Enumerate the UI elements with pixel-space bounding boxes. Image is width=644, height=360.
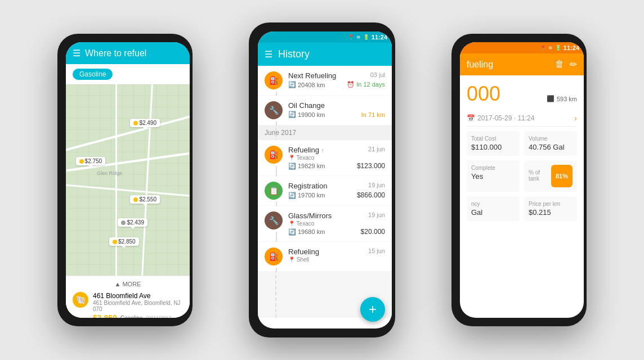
price-bubble-4[interactable]: $2.439 [118, 218, 147, 227]
detail-battery-icon: 🔋 [555, 45, 561, 51]
price-value-4: $2.439 [127, 219, 144, 226]
price-value-3: $2.550 [139, 196, 156, 202]
detail-signal-icon: ≋ [548, 45, 553, 51]
detail-datetime-row[interactable]: 📅 2017-05-29 · 11:24 › [467, 110, 577, 127]
efficiency-value: Gal [471, 208, 515, 217]
location-icon: 📍 [348, 34, 354, 40]
ref21-row1: Refueling ↑ 21 jun [288, 146, 385, 154]
alarm-icon: ⏰ [347, 81, 355, 88]
refueling-21-content: Refueling ↑ 21 jun 📍 Texaco 🔄 [288, 146, 385, 170]
history-list[interactable]: ⛽ Next Refueling 03 jul 🔄 20408 km [258, 66, 392, 318]
ref21-row2: 🔄 19829 km $123.000 [288, 162, 385, 170]
phones-container: ☰ Where to refuel Gasoline Glen Ridge [41, 17, 603, 343]
price-bubble-2[interactable]: $2.750 [76, 157, 106, 165]
registration-content: Registration 19 jun 🔄 19700 km $866.000 [288, 182, 385, 199]
history-item-glass[interactable]: 🔧 Glass/Mirrors 19 jun 📍 Texaco 🔄 [258, 206, 392, 241]
menu-icon[interactable]: ☰ [73, 48, 80, 58]
history-item-refueling-21[interactable]: ⛽ Refueling ↑ 21 jun 📍 Texaco [258, 140, 392, 176]
phone-center: 📍 ≋ 🔋 11:24 ☰ History ⛽ Next Ref [249, 22, 395, 338]
detail-header: fueling 🗑 ✏ [460, 53, 584, 75]
complete-value: Yes [471, 172, 515, 181]
map-area[interactable]: Glen Ridge $2.490 $2.750 $2.550 [66, 84, 190, 276]
tank-pct-label: % of tank [529, 169, 551, 182]
price-bubble-1[interactable]: $2.490 [130, 119, 160, 127]
price-per-km-value: $0.215 [529, 208, 573, 217]
phone-right-inner: 📍 ≋ 🔋 11:24 fueling 🗑 ✏ 000 [460, 42, 584, 318]
km-icon4: 🔄 [288, 192, 296, 199]
distance-area: ⬛ 593 km [547, 95, 577, 102]
price-bubble-3[interactable]: $2.550 [130, 195, 160, 204]
complete-cell: Complete Yes [467, 160, 520, 192]
edit-icon[interactable]: ✏ [570, 59, 577, 70]
section-june: June 2017 [258, 125, 392, 140]
map-filter: Gasoline [66, 64, 190, 84]
volume-cell: Volume 40.756 Gal [524, 131, 577, 156]
glass-amount: $20.000 [361, 228, 385, 236]
detail-body: 000 ⬛ 593 km 📅 2017-05-29 · 11:24 › [460, 75, 584, 228]
fuel-dot [133, 197, 138, 202]
glass-icon: 🔧 [265, 212, 283, 230]
station-name: 461 Bloomfield Ave [93, 292, 183, 300]
delete-icon[interactable]: 🗑 [555, 59, 564, 70]
datetime-label: 📅 2017-05-29 · 11:24 [467, 114, 534, 122]
distance-icon: ⬛ [547, 95, 554, 102]
volume-value: 40.756 Gal [529, 143, 573, 151]
oil-icon: 🔧 [265, 101, 283, 119]
signal-icon: ≋ [356, 34, 361, 40]
calendar-icon: 📅 [467, 114, 475, 122]
station-details: 461 Bloomfield Ave 461 Bloomfield Ave, B… [93, 292, 183, 318]
phone-center-inner: 📍 ≋ 🔋 11:24 ☰ History ⛽ Next Ref [258, 32, 392, 328]
history-item-oil-change[interactable]: 🔧 Oil Change 🔄 19900 km In 71 km [258, 96, 392, 125]
history-item-refueling-15[interactable]: ⛽ Refueling 15 jun 📍 Shell [258, 242, 392, 271]
history-item-next-refueling[interactable]: ⛽ Next Refueling 03 jul 🔄 20408 km [258, 66, 392, 95]
reg-title: Registration [288, 182, 327, 190]
road-diag [66, 110, 190, 157]
pin-icon: 📍 [288, 155, 295, 161]
price-value-1: $2.490 [139, 120, 156, 126]
chevron-right-icon: › [574, 114, 577, 123]
more-button[interactable]: ▲ MORE [73, 280, 183, 289]
reg-row2: 🔄 19700 km $866.000 [288, 191, 385, 199]
refueling-15-icon: ⛽ [265, 248, 283, 266]
station-date: 02/11/2017 [146, 315, 171, 318]
history-menu-icon[interactable]: ☰ [265, 49, 272, 60]
station-address: 461 Bloomfield Ave, Bloomfield, NJ 070 [93, 300, 183, 312]
price-per-km-cell: Price per km $0.215 [524, 196, 577, 221]
ref15-date: 15 jun [368, 248, 385, 254]
price-per-km-label: Price per km [529, 201, 573, 207]
km-icon3: 🔄 [288, 163, 296, 170]
price-bubble-5[interactable]: $2.850 [109, 237, 139, 246]
reg-row1: Registration 19 jun [288, 182, 385, 190]
history-item-registration[interactable]: 📋 Registration 19 jun 🔄 19700 km $866.00… [258, 176, 392, 205]
tank-pct-cell: % of tank 81% [524, 160, 577, 192]
distance-value: 593 km [557, 96, 577, 102]
road-h2 [66, 184, 189, 196]
center-time: 11:24 [372, 34, 387, 40]
fuel-dot [113, 240, 117, 244]
fuel-dot [79, 159, 84, 164]
phone-left-inner: ☰ Where to refuel Gasoline Glen Ridge [66, 42, 190, 318]
gasoline-filter[interactable]: Gasoline [73, 69, 113, 80]
tank-icon: 81% [551, 165, 573, 187]
glass-title: Glass/Mirrors [288, 212, 332, 220]
efficiency-cell: ncy Gal [467, 196, 520, 221]
ref15-title: Refueling [288, 248, 319, 256]
oil-status: In 71 km [361, 111, 385, 118]
pin-icon2: 📍 [288, 220, 295, 227]
fuel-icon: ⛽ [265, 71, 283, 89]
station-info: 🐚 461 Bloomfield Ave 461 Bloomfield Ave,… [73, 289, 183, 318]
fuel-dot [121, 220, 126, 225]
history-title: History [278, 48, 310, 60]
ref21-amount: $123.000 [357, 162, 385, 170]
km-icon5: 🔄 [288, 228, 296, 236]
tank-pct-value: 81% [556, 173, 568, 179]
fab-button[interactable]: + [360, 297, 385, 322]
history-row2: 🔄 20408 km ⏰ In 12 days [288, 81, 385, 88]
map-background: Glen Ridge $2.490 $2.750 $2.550 [66, 84, 190, 276]
total-cost-value: $110.000 [471, 143, 515, 151]
next-refueling-title: Next Refueling [288, 71, 336, 80]
station-price: $2.850 [93, 313, 117, 318]
map-header: ☰ Where to refuel [66, 42, 190, 64]
km-icon: 🔄 [288, 81, 296, 88]
next-refueling-status: ⏰ In 12 days [347, 81, 385, 88]
